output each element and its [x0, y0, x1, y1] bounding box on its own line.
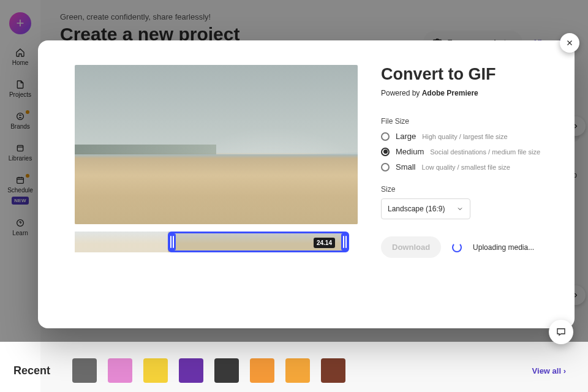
radio-icon [381, 148, 390, 156]
recent-thumb[interactable] [72, 358, 97, 383]
trim-selection: 24.14 [168, 232, 349, 252]
file-size-radio-small[interactable]: SmallLow quality / smallest file size [381, 162, 550, 172]
recent-thumb[interactable] [285, 358, 310, 383]
action-row: Download Uploading media... [381, 236, 550, 258]
trim-timecode: 24.14 [314, 238, 335, 248]
recent-thumbs [72, 358, 345, 383]
radio-main: Large [396, 132, 416, 141]
recent-thumb[interactable] [214, 358, 239, 383]
download-button[interactable]: Download [381, 236, 441, 258]
size-select[interactable]: Landscape (16:9) [381, 198, 470, 219]
trim-handle-right[interactable] [341, 233, 349, 251]
preview-pane: 24.14 [38, 40, 381, 328]
close-icon [565, 39, 574, 47]
video-preview[interactable] [75, 65, 358, 224]
convert-gif-modal: 24.14 Convert to GIF Powered by Adobe Pr… [38, 40, 575, 328]
recent-thumb[interactable] [143, 358, 168, 383]
recent-thumb[interactable] [250, 358, 274, 383]
uploading-text: Uploading media... [473, 243, 534, 252]
size-select-value: Landscape (16:9) [388, 205, 445, 213]
radio-icon [381, 163, 390, 172]
file-size-radio-medium[interactable]: MediumSocial destinations / medium file … [381, 147, 550, 156]
size-label: Size [381, 185, 550, 194]
spinner-icon [452, 243, 462, 252]
modal-subtitle: Powered by Adobe Premiere [381, 89, 550, 97]
file-size-radio-large[interactable]: LargeHigh quality / largest file size [381, 132, 550, 141]
recent-thumb[interactable] [179, 358, 203, 383]
help-fab[interactable] [549, 320, 573, 344]
chat-icon [556, 326, 567, 337]
close-button[interactable] [560, 33, 579, 53]
recent-thumb[interactable] [321, 358, 345, 383]
file-size-radios: LargeHigh quality / largest file sizeMed… [381, 132, 550, 172]
radio-main: Medium [396, 147, 424, 156]
trim-timeline[interactable]: 24.14 [75, 232, 349, 252]
trim-handle-left[interactable] [168, 233, 176, 251]
chevron-down-icon [456, 205, 464, 213]
timeline-outside-left [75, 232, 168, 252]
radio-icon [381, 132, 390, 141]
form-pane: Convert to GIF Powered by Adobe Premiere… [381, 40, 575, 328]
recent-row: Recent View all › [0, 349, 588, 392]
radio-hint: Social destinations / medium file size [430, 148, 540, 156]
recent-thumb[interactable] [108, 358, 132, 383]
radio-main: Small [396, 162, 416, 172]
radio-hint: High quality / largest file size [422, 133, 507, 140]
recent-title: Recent [13, 364, 50, 377]
powered-brand: Adobe Premiere [422, 89, 478, 97]
modal-title: Convert to GIF [381, 65, 550, 84]
powered-prefix: Powered by [381, 89, 422, 97]
radio-hint: Low quality / smallest file size [422, 164, 510, 171]
recent-view-all-link[interactable]: View all › [532, 366, 566, 375]
file-size-label: File Size [381, 117, 550, 126]
